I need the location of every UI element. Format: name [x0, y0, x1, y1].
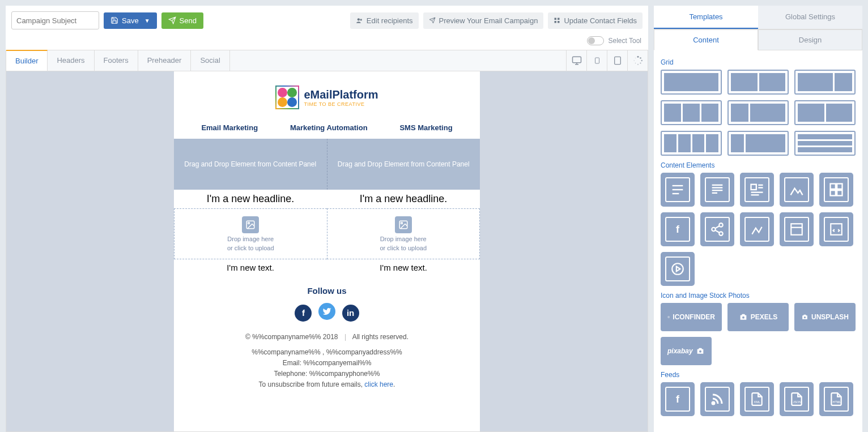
subtab-content[interactable]: Content	[654, 29, 758, 50]
stock-pexels[interactable]: PEXELS	[727, 303, 789, 331]
grid-1-1[interactable]	[794, 100, 856, 125]
svg-point-52	[699, 350, 701, 353]
element-image[interactable]	[780, 173, 814, 207]
grid-2col[interactable]	[727, 70, 789, 95]
select-tool-toggle[interactable]	[587, 36, 604, 45]
svg-point-53	[712, 402, 714, 404]
campaign-subject-input[interactable]	[11, 11, 99, 29]
preview-button[interactable]: Preview Your Email Campaign	[423, 12, 544, 29]
stock-unsplash[interactable]: UNSPLASH	[794, 303, 856, 331]
follow-us-heading[interactable]: Follow us	[174, 276, 480, 300]
svg-rect-6	[572, 57, 581, 63]
feed-json[interactable]: JSON	[780, 382, 814, 416]
device-tablet-button[interactable]	[607, 50, 627, 71]
svg-rect-46	[831, 224, 842, 235]
edit-recipients-button[interactable]: Edit recipients	[350, 12, 419, 29]
feed-html[interactable]: HTML	[819, 382, 853, 416]
svg-point-15	[637, 64, 639, 65]
save-button[interactable]: Save ▼	[104, 12, 157, 29]
grid-rows[interactable]	[794, 131, 856, 156]
text-block[interactable]: I'm new text.	[174, 259, 327, 276]
nav-marketing-automation[interactable]: Marketing Automation	[290, 123, 368, 132]
element-gallery[interactable]	[819, 173, 853, 207]
tab-preheader[interactable]: Preheader	[138, 50, 192, 71]
image-icon	[242, 216, 259, 233]
loading-button[interactable]	[627, 50, 648, 71]
section-stock: Icon and Image Stock Photos	[661, 292, 856, 300]
camera-icon	[739, 313, 748, 322]
grid-4col[interactable]	[661, 131, 722, 156]
stock-iconfinder[interactable]: ICONFINDER	[661, 303, 722, 331]
svg-rect-44	[791, 224, 802, 235]
headline-text[interactable]: I'm a new headline.	[174, 190, 327, 208]
feed-facebook[interactable]: f	[661, 382, 695, 416]
svg-point-20	[248, 223, 250, 224]
facebook-icon[interactable]: f	[295, 305, 312, 322]
grid-1col[interactable]	[661, 70, 722, 95]
svg-point-18	[635, 58, 636, 59]
image-dropzone[interactable]: Drop image here or click to upload	[327, 208, 480, 259]
section-grid: Grid	[661, 58, 856, 66]
content-dropzone[interactable]: Drag and Drop Element from Content Panel	[327, 139, 480, 190]
headline-text[interactable]: I'm a new headline.	[327, 190, 480, 208]
element-text-image[interactable]	[740, 173, 774, 207]
device-mobile-button[interactable]	[586, 50, 607, 71]
element-html[interactable]	[819, 212, 853, 246]
svg-rect-4	[555, 21, 557, 23]
element-text[interactable]	[661, 173, 695, 207]
tab-footers[interactable]: Footers	[95, 50, 138, 71]
tab-templates[interactable]: Templates	[654, 6, 758, 29]
element-video[interactable]	[661, 252, 695, 286]
mobile-icon	[594, 55, 601, 66]
grid-2col-left[interactable]	[794, 70, 856, 95]
svg-point-39	[719, 223, 723, 227]
element-share[interactable]	[700, 212, 734, 246]
section-feeds: Feeds	[661, 371, 856, 379]
tab-headers[interactable]: Headers	[48, 50, 94, 71]
logo-block[interactable]: eMailPlatform TIME TO BE CREATIVE	[174, 71, 480, 118]
svg-rect-5	[558, 21, 560, 23]
svg-rect-37	[831, 190, 836, 195]
svg-point-11	[637, 56, 639, 58]
twitter-icon[interactable]	[318, 303, 335, 320]
image-dropzone[interactable]: Drop image here or click to upload	[174, 208, 327, 259]
nav-email-marketing[interactable]: Email Marketing	[201, 123, 258, 132]
tab-social[interactable]: Social	[191, 50, 229, 71]
svg-point-51	[804, 316, 806, 318]
tab-builder[interactable]: Builder	[6, 50, 48, 71]
grid-header-body[interactable]	[727, 131, 789, 156]
feed-xml[interactable]: XML	[740, 382, 774, 416]
element-chart[interactable]	[740, 212, 774, 246]
email-canvas[interactable]: eMailPlatform TIME TO BE CREATIVE Email …	[174, 71, 480, 431]
send-button[interactable]: Send	[161, 12, 203, 29]
linkedin-icon[interactable]: in	[342, 305, 359, 322]
logo-icon	[275, 85, 299, 109]
tab-global-settings[interactable]: Global Settings	[758, 6, 862, 29]
subtab-design[interactable]: Design	[758, 29, 862, 50]
text-block[interactable]: I'm new text.	[327, 259, 480, 276]
feed-rss[interactable]	[700, 382, 734, 416]
image-icon	[395, 216, 412, 233]
element-facebook[interactable]: f	[661, 212, 695, 246]
svg-point-0	[358, 18, 360, 20]
content-dropzone[interactable]: Drag and Drop Element from Content Panel	[174, 139, 327, 190]
unsubscribe-link[interactable]: click here	[364, 380, 393, 388]
grid-3col[interactable]	[661, 100, 722, 125]
section-content-elements: Content Elements	[661, 161, 856, 169]
grid-2col-right[interactable]	[727, 100, 789, 125]
svg-rect-35	[831, 184, 836, 189]
element-heading[interactable]	[700, 173, 734, 207]
grid-icon	[554, 17, 560, 24]
svg-point-41	[719, 232, 723, 236]
nav-sms-marketing[interactable]: SMS Marketing	[399, 123, 452, 132]
svg-point-48	[668, 316, 670, 318]
tablet-icon	[613, 55, 622, 66]
device-desktop-button[interactable]	[566, 50, 586, 71]
desktop-icon	[571, 55, 582, 66]
svg-text:HTML: HTML	[833, 400, 841, 404]
update-contact-fields-button[interactable]: Update Contact Fields	[548, 12, 643, 29]
element-button[interactable]	[780, 212, 814, 246]
footer-block[interactable]: © %%companyname%% 2018 | All rights rese…	[174, 330, 480, 404]
svg-rect-36	[837, 184, 842, 189]
stock-pixabay[interactable]: pixabay	[661, 337, 712, 365]
